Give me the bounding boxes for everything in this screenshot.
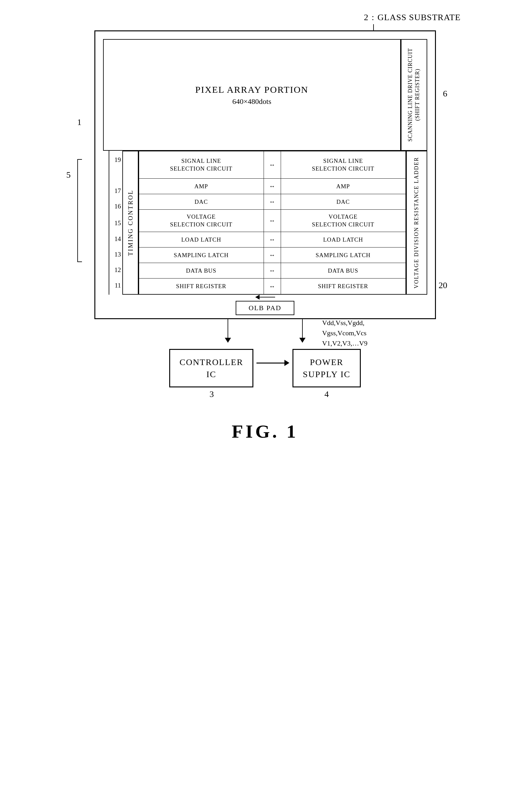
circuit-left-16: DAC	[139, 194, 264, 209]
ref-1: 1	[77, 117, 82, 127]
circuit-row-15: VOLTAGESELECTION CIRCUIT ↔ VOLTAGESELECT…	[139, 210, 405, 232]
pixel-array-title: PIXEL ARRAY PORTION	[195, 84, 309, 95]
glass-substrate: PIXEL ARRAY PORTION 640×480dots SCANNING…	[94, 30, 436, 319]
controller-ic-text-line2: IC	[207, 369, 217, 379]
arrow-15: ↔	[264, 210, 281, 232]
row-num-13: 13	[111, 251, 121, 258]
arrow-17: ↔	[264, 179, 281, 194]
row-num-11: 11	[111, 281, 121, 289]
power-supply-ic-box: POWER SUPPLY IC	[292, 349, 361, 387]
arrow-11: ↔	[264, 278, 281, 294]
circuit-left-14: LOAD LATCH	[139, 232, 264, 247]
substrate-label: 2: GLASS SUBSTRATE	[364, 12, 461, 22]
arrow-16: ↔	[264, 194, 281, 209]
circuit-row-13: SAMPLING LATCH ↔ SAMPLING LATCH	[139, 247, 405, 263]
circuit-right-12: DATA BUS	[281, 263, 405, 278]
circuit-row-17: AMP ↔ AMP	[139, 179, 405, 194]
main-container: 2: GLASS SUBSTRATE 1 5 PIXEL ARRAY PORTI…	[32, 12, 498, 442]
controller-ic-wrapper: CONTROLLER IC 3	[169, 349, 253, 399]
figure-label: FIG. 1	[232, 421, 298, 442]
row-num-15: 15	[111, 219, 121, 227]
substrate-ref: 2	[364, 12, 368, 22]
circuit-row-16: DAC ↔ DAC	[139, 194, 405, 210]
arrow-12: ↔	[264, 263, 281, 278]
controller-ic-ref: 3	[210, 389, 214, 399]
row-num-19: 19	[111, 156, 121, 164]
arrow-19: ↔	[264, 151, 281, 178]
controller-ic-text-line1: CONTROLLER	[180, 357, 243, 367]
circuit-left-19: SIGNAL LINESELECTION CIRCUIT	[139, 151, 264, 178]
arrow-controller-to-power	[256, 360, 289, 366]
row-num-17: 17	[111, 187, 121, 195]
voltage-ladder-text: VOLTAGE DIVISION RESISTANCE LADDER	[413, 157, 420, 288]
scanning-circuit-text: SCANNING LINE DRIVE CIRCUIT(SHIFT REGIST…	[407, 48, 420, 142]
pixel-array: PIXEL ARRAY PORTION 640×480dots	[103, 39, 401, 151]
circuit-right-17: AMP	[281, 179, 405, 194]
circuit-row-14: LOAD LATCH ↔ LOAD LATCH	[139, 232, 405, 247]
circuits-area: SIGNAL LINESELECTION CIRCUIT ↔ SIGNAL LI…	[139, 151, 406, 295]
power-label: Vdd,Vss,Vgdd, Vgss,Vcom,Vcs V1,V2,V3,…V9	[322, 318, 367, 348]
timing-control-text: TIMING CONTROL	[127, 189, 134, 256]
power-supply-ic-wrapper: POWER SUPPLY IC 4	[292, 349, 361, 399]
voltage-ladder-box: VOLTAGE DIVISION RESISTANCE LADDER	[406, 151, 427, 295]
arrow-14: ↔	[264, 232, 281, 247]
scanning-circuit-box: SCANNING LINE DRIVE CIRCUIT(SHIFT REGIST…	[401, 39, 427, 151]
row-numbers: 19 18 17 16 15 14 13 12 11	[109, 151, 122, 295]
circuit-left-13: SAMPLING LATCH	[139, 247, 264, 263]
circuit-right-19: SIGNAL LINESELECTION CIRCUIT	[281, 151, 405, 178]
circuit-left-17: AMP	[139, 179, 264, 194]
circuit-right-14: LOAD LATCH	[281, 232, 405, 247]
power-supply-ic-text-line1: POWER	[310, 357, 344, 367]
row-num-12: 12	[111, 266, 121, 274]
substrate-label-area: 2: GLASS SUBSTRATE	[32, 12, 498, 22]
circuit-row-12: DATA BUS ↔ DATA BUS	[139, 263, 405, 278]
circuit-right-11: SHIFT REGISTER	[281, 278, 405, 294]
row-num-16: 16	[111, 203, 121, 210]
ref-5: 5	[67, 170, 71, 180]
circuit-row-11: SHIFT REGISTER ↔ SHIFT REGISTER	[139, 278, 405, 294]
arrow-13: ↔	[264, 247, 281, 263]
power-supply-ic-text-line2: SUPPLY IC	[303, 369, 350, 379]
ref-20: 20	[439, 280, 447, 290]
circuit-row-19-18: SIGNAL LINESELECTION CIRCUIT ↔ SIGNAL LI…	[139, 151, 405, 179]
circuit-left-15: VOLTAGESELECTION CIRCUIT	[139, 210, 264, 232]
circuit-left-12: DATA BUS	[139, 263, 264, 278]
pixel-array-sub: 640×480dots	[232, 97, 271, 106]
olb-pad-area: OLB PAD	[103, 301, 427, 315]
olb-pad-box: OLB PAD	[236, 301, 295, 315]
circuit-right-13: SAMPLING LATCH	[281, 247, 405, 263]
circuit-right-15: VOLTAGESELECTION CIRCUIT	[281, 210, 405, 232]
circuit-right-16: DAC	[281, 194, 405, 209]
controller-ic-box: CONTROLLER IC	[169, 349, 253, 387]
power-supply-ic-ref: 4	[324, 389, 329, 399]
timing-control-box: TIMING CONTROL	[122, 151, 139, 295]
substrate-text: GLASS SUBSTRATE	[378, 12, 461, 22]
row-num-14: 14	[111, 235, 121, 243]
ref-6: 6	[443, 89, 447, 99]
circuit-left-11: SHIFT REGISTER	[139, 278, 264, 294]
